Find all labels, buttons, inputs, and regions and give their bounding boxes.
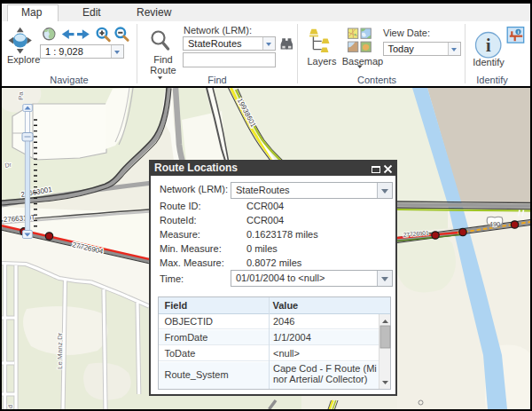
- svg-text:d: d: [7, 405, 13, 408]
- svg-text:490: 490: [489, 220, 501, 228]
- svg-text:i: i: [486, 36, 491, 55]
- svg-text:Pa: Pa: [17, 91, 25, 100]
- svg-text:Le Manz Dr: Le Manz Dr: [56, 332, 64, 369]
